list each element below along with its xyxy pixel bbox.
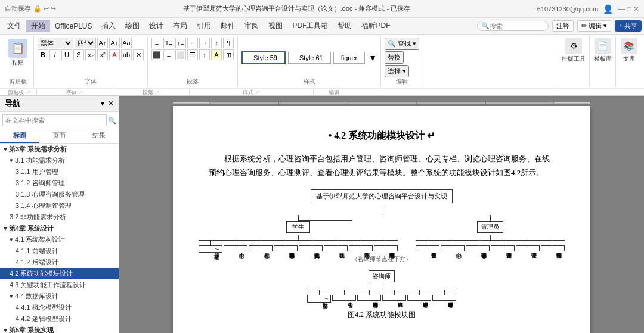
list-unordered-btn[interactable]: ≡ <box>151 38 162 48</box>
menu-item-draw[interactable]: 绘图 <box>120 20 144 32</box>
italic-btn[interactable]: I <box>49 49 60 60</box>
org-node-admin: 管理员 <box>477 221 503 233</box>
chart-caption: 图4.2 系统功能模块图 <box>348 310 416 320</box>
replace-btn[interactable]: 替换 <box>385 51 404 64</box>
nav-item-43[interactable]: 4.3 关键功能工作流程设计 <box>0 279 119 291</box>
org-node-counselor: 咨询师 <box>369 270 395 282</box>
styles-expand[interactable]: 样式 ↗ <box>190 89 314 95</box>
nav-item-ch5[interactable]: ▾ 第5章 系统实现 <box>0 325 119 333</box>
menu-item-review[interactable]: 审阅 <box>240 20 264 32</box>
find-btn[interactable]: 🔍 查找 ▾ <box>385 38 419 50</box>
nav-tab-results[interactable]: 结果 <box>79 129 119 143</box>
nav-item-312[interactable]: 3.1.2 咨询师管理 <box>0 178 119 189</box>
nav-item-411[interactable]: 4.1.1 前端设计 <box>0 245 119 257</box>
menu-item-officeplus[interactable]: OfficePLUS <box>50 21 97 32</box>
menu-item-design[interactable]: 设计 <box>144 20 168 32</box>
template-icon[interactable]: 📄 <box>595 38 611 54</box>
outdent-btn[interactable]: ← <box>187 38 198 48</box>
nav-item-41[interactable]: ▾ 4.1 系统架构设计 <box>0 234 119 245</box>
font-grow-btn[interactable]: A↑ <box>97 38 108 48</box>
nav-tree: ▾ 第3章 系统需求分析 ▾ 3.1 功能需求分析 3.1.1 用户管理 3.1… <box>0 144 119 333</box>
menu-item-mail[interactable]: 邮件 <box>216 20 240 32</box>
nav-item-412[interactable]: 4.1.2 后端设计 <box>0 257 119 268</box>
ribbon: 📋 粘贴 剪贴板 黑体 四号 A↑ A↓ Aa <box>0 35 644 96</box>
paste-icon: 📋 <box>8 39 27 58</box>
nav-search-input[interactable] <box>2 114 107 126</box>
nav-tab-headings[interactable]: 标题 <box>0 129 39 143</box>
library-icon[interactable]: 📚 <box>621 38 637 54</box>
sort-btn[interactable]: ↕ <box>211 38 222 48</box>
org-student-child-3: 心灵专栏 <box>249 245 273 251</box>
indent-btn[interactable]: → <box>199 38 210 48</box>
nav-collapse-btn[interactable]: ▾ <box>101 99 104 108</box>
document-area: | | | | | | • 4.2 系统功能模块设计 ↵ 根据系统分析，心理咨询… <box>119 96 644 333</box>
subscript-btn[interactable]: x₂ <box>85 49 96 60</box>
template-group: 📄 模板库 <box>589 36 615 87</box>
share-btn[interactable]: ↑ 共享 <box>615 20 642 32</box>
nav-item-313[interactable]: 3.1.3 心理咨询服务管理 <box>0 189 119 200</box>
nav-item-441[interactable]: 4.4.1 概念模型设计 <box>0 302 119 313</box>
nav-item-ch4[interactable]: ▾ 第4章 系统设计 <box>0 223 119 234</box>
menu-item-help[interactable]: 帮助 <box>333 20 357 32</box>
nav-item-31[interactable]: ▾ 3.1 功能需求分析 <box>0 155 119 166</box>
nav-tab-pages[interactable]: 页面 <box>39 129 79 143</box>
menu-item-ref[interactable]: 引用 <box>192 20 216 32</box>
align-justify-btn[interactable]: ☰ <box>187 49 198 60</box>
sort-tool-icon[interactable]: ⚙ <box>565 38 582 54</box>
comment-btn[interactable]: 注释 <box>552 20 574 32</box>
menu-item-insert[interactable]: 插入 <box>97 20 120 32</box>
menu-item-foxit[interactable]: 福昕PDF <box>357 20 395 32</box>
underline-btn[interactable]: U <box>61 49 72 60</box>
align-left-btn[interactable]: ⬛ <box>151 49 162 60</box>
nav-item-314[interactable]: 3.1.4 心理测评管理 <box>0 200 119 211</box>
menu-item-pdf[interactable]: PDF工具箱 <box>287 20 333 32</box>
menu-item-home[interactable]: 开始 <box>26 20 50 32</box>
shading-btn[interactable]: A <box>211 49 222 60</box>
paste-button[interactable]: 📋 粘贴 <box>6 38 30 68</box>
ribbon-group-paragraph: ≡ 1≡ ↑≡ ← → ↕ ¶ ⬛ ≡ ⬜ ☰ ↕ A ⊞ <box>148 36 238 87</box>
clipboard-expand[interactable]: 剪贴板 ↗ <box>2 89 37 95</box>
nav-search-icon: 🔍 <box>108 117 116 125</box>
nav-item-42[interactable]: 4.2 系统功能模块设计 <box>0 268 119 279</box>
font-name-select[interactable]: 黑体 <box>38 38 73 48</box>
paragraph-expand[interactable]: 段落 ↗ <box>113 89 190 95</box>
font-shrink-btn[interactable]: A↓ <box>109 38 120 48</box>
nav-close-btn[interactable]: ✕ <box>108 99 114 108</box>
list-multi-btn[interactable]: ↑≡ <box>175 38 186 48</box>
org-node-student: 学生 <box>286 221 310 233</box>
style-btn-61[interactable]: _Style 61 <box>288 52 331 64</box>
nav-item-44[interactable]: ▾ 4.4 数据库设计 <box>0 291 119 302</box>
list-ordered-btn[interactable]: 1≡ <box>163 38 174 48</box>
ribbon-group-editing: 🔍 查找 ▾ 替换 选择 ▾ 编辑 <box>381 36 423 87</box>
nav-item-311[interactable]: 3.1.1 用户管理 <box>0 166 119 178</box>
align-center-btn[interactable]: ≡ <box>163 49 174 60</box>
style-btn-figuer[interactable]: figuer <box>333 52 366 64</box>
menu-item-view[interactable]: 视图 <box>264 20 287 32</box>
menu-item-file[interactable]: 文件 <box>2 20 26 32</box>
nav-item-ch3[interactable]: ▾ 第3章 系统需求分析 <box>0 144 119 155</box>
nav-item-32[interactable]: 3.2 非功能需求分析 <box>0 211 119 223</box>
superscript-btn[interactable]: x² <box>97 49 108 60</box>
menu-item-layout[interactable]: 布局 <box>168 20 192 32</box>
nav-item-442[interactable]: 4.4.2 逻辑模型设计 <box>0 313 119 325</box>
edit-btn[interactable]: ✏ 编辑 ▾ <box>577 20 611 32</box>
bold-btn[interactable]: B <box>38 49 48 60</box>
font-color-btn[interactable]: A <box>109 49 120 60</box>
user-icon[interactable]: 👤 <box>603 4 613 14</box>
heading-marker: ↵ <box>427 130 435 141</box>
select-btn[interactable]: 选择 ▾ <box>385 65 409 77</box>
style-more-btn[interactable]: ▼ <box>369 53 377 63</box>
show-marks-btn[interactable]: ¶ <box>223 38 234 48</box>
highlight-btn[interactable]: ab <box>121 49 132 60</box>
align-right-btn[interactable]: ⬜ <box>175 49 186 60</box>
search-input[interactable] <box>490 23 542 30</box>
font-aa-btn[interactable]: Aa <box>121 38 132 48</box>
strikethrough-btn[interactable]: S <box>73 49 84 60</box>
clear-format-btn[interactable]: ✕ <box>133 49 144 60</box>
editing-label: 编辑 <box>381 77 423 86</box>
font-expand[interactable]: 字体 ↗ <box>37 89 113 95</box>
border-btn[interactable]: ⊞ <box>223 49 234 60</box>
font-size-select[interactable]: 四号 <box>75 38 96 48</box>
line-spacing-btn[interactable]: ↕ <box>199 49 210 60</box>
style-btn-59[interactable]: _Style 59 <box>242 51 286 64</box>
